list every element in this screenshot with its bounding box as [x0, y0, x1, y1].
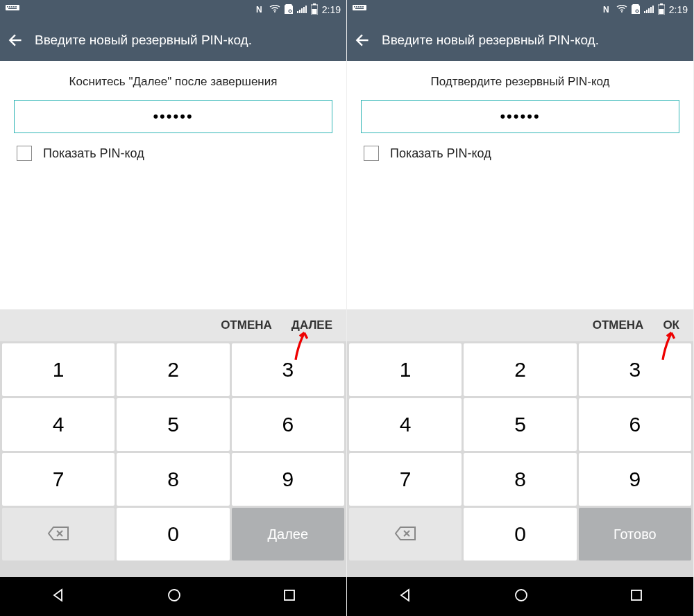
- wifi-icon: [269, 4, 280, 15]
- key-4[interactable]: 4: [349, 398, 462, 451]
- key-1[interactable]: 1: [2, 343, 115, 396]
- key-done[interactable]: Готово: [579, 508, 691, 561]
- key-3[interactable]: 3: [579, 343, 691, 396]
- confirm-button[interactable]: ОК: [663, 318, 679, 332]
- key-backspace[interactable]: [349, 508, 462, 561]
- cancel-button[interactable]: ОТМЕНА: [221, 318, 272, 332]
- nav-recent-icon[interactable]: [629, 588, 643, 605]
- show-pin-row[interactable]: Показать PIN-код: [361, 146, 679, 161]
- pin-input[interactable]: ••••••: [14, 100, 332, 133]
- key-0[interactable]: 0: [464, 508, 576, 561]
- svg-rect-3: [11, 6, 12, 8]
- pin-input[interactable]: ••••••: [361, 100, 679, 133]
- show-pin-checkbox[interactable]: [364, 146, 379, 161]
- status-time: 2:19: [669, 4, 688, 15]
- numeric-keypad: 1 2 3 4 5 6 7 8 9 0 Готово: [347, 341, 693, 577]
- nav-bar: [347, 577, 693, 616]
- confirm-label: ДАЛЕЕ: [291, 318, 332, 332]
- svg-rect-5: [15, 6, 17, 8]
- key-3[interactable]: 3: [232, 343, 344, 396]
- svg-point-18: [169, 590, 180, 601]
- key-4[interactable]: 4: [2, 398, 115, 451]
- title-bar: Введите новый резервный PIN-код.: [0, 19, 346, 61]
- svg-rect-20: [353, 5, 366, 10]
- svg-point-28: [621, 11, 623, 12]
- button-row: ОТМЕНА ОК: [347, 309, 693, 341]
- instruction-text: Подтвердите резервный PIN-код: [361, 75, 679, 89]
- key-0[interactable]: 0: [117, 508, 229, 561]
- key-7[interactable]: 7: [2, 453, 115, 506]
- status-bar: N 2:19: [0, 0, 346, 19]
- key-2[interactable]: 2: [117, 343, 229, 396]
- confirm-button[interactable]: ДАЛЕЕ: [291, 318, 332, 332]
- back-button[interactable]: [354, 31, 372, 49]
- key-8[interactable]: 8: [117, 453, 229, 506]
- svg-rect-13: [303, 7, 305, 13]
- page-title: Введите новый резервный PIN-код.: [382, 33, 599, 48]
- nfc-icon: N: [601, 3, 612, 17]
- svg-rect-34: [652, 6, 654, 13]
- svg-text:N: N: [603, 5, 609, 15]
- button-row: ОТМЕНА ДАЛЕЕ: [0, 309, 346, 341]
- svg-rect-24: [360, 6, 362, 8]
- battery-icon: [658, 3, 665, 17]
- instruction-text: Коснитесь "Далее" после завершения: [14, 75, 332, 89]
- nav-back-icon[interactable]: [51, 588, 66, 606]
- status-time: 2:19: [322, 4, 341, 15]
- show-pin-label: Показать PIN-код: [43, 146, 144, 161]
- svg-rect-0: [6, 5, 19, 10]
- title-bar: Введите новый резервный PIN-код.: [347, 19, 693, 61]
- svg-point-38: [516, 590, 527, 601]
- sim-icon: [632, 4, 640, 16]
- backspace-icon: [394, 522, 416, 546]
- svg-rect-21: [354, 6, 355, 8]
- key-1[interactable]: 1: [349, 343, 462, 396]
- svg-rect-39: [632, 590, 641, 600]
- phone-screen-left: N 2:19 Введите новый резервный PIN-код. …: [0, 0, 347, 616]
- signal-icon: [297, 4, 307, 15]
- svg-rect-22: [356, 6, 357, 8]
- cancel-button[interactable]: ОТМЕНА: [593, 318, 644, 332]
- svg-rect-30: [644, 11, 645, 13]
- key-6[interactable]: 6: [232, 398, 344, 451]
- key-9[interactable]: 9: [579, 453, 691, 506]
- svg-rect-32: [648, 8, 650, 13]
- svg-rect-33: [650, 7, 652, 13]
- svg-rect-10: [297, 11, 298, 13]
- svg-point-8: [274, 11, 276, 12]
- svg-rect-19: [285, 590, 294, 600]
- svg-text:N: N: [256, 5, 262, 15]
- key-backspace[interactable]: [2, 508, 115, 561]
- nav-home-icon[interactable]: [167, 588, 182, 606]
- svg-rect-1: [7, 6, 8, 8]
- show-pin-row[interactable]: Показать PIN-код: [14, 146, 332, 161]
- content-area: Коснитесь "Далее" после завершения •••••…: [0, 61, 346, 309]
- svg-rect-17: [312, 9, 316, 14]
- back-button[interactable]: [7, 31, 25, 49]
- content-area: Подтвердите резервный PIN-код •••••• Пок…: [347, 61, 693, 309]
- svg-rect-23: [358, 6, 359, 8]
- key-6[interactable]: 6: [579, 398, 691, 451]
- show-pin-label: Показать PIN-код: [390, 146, 491, 161]
- status-bar: N 2:19: [347, 0, 693, 19]
- nav-home-icon[interactable]: [514, 588, 529, 606]
- numeric-keypad: 1 2 3 4 5 6 7 8 9 0 Далее: [0, 341, 346, 577]
- key-8[interactable]: 8: [464, 453, 576, 506]
- keyboard-indicator-icon: [353, 4, 366, 15]
- key-done[interactable]: Далее: [232, 508, 344, 561]
- key-7[interactable]: 7: [349, 453, 462, 506]
- key-9[interactable]: 9: [232, 453, 344, 506]
- nav-recent-icon[interactable]: [282, 588, 296, 605]
- svg-rect-26: [355, 8, 364, 10]
- show-pin-checkbox[interactable]: [17, 146, 32, 161]
- nav-bar: [0, 577, 346, 616]
- svg-rect-11: [299, 10, 301, 13]
- wifi-icon: [616, 4, 627, 15]
- key-5[interactable]: 5: [464, 398, 576, 451]
- backspace-icon: [47, 522, 69, 546]
- nav-back-icon[interactable]: [398, 588, 413, 606]
- svg-rect-14: [305, 6, 307, 13]
- signal-icon: [644, 4, 654, 15]
- key-2[interactable]: 2: [464, 343, 576, 396]
- key-5[interactable]: 5: [117, 398, 229, 451]
